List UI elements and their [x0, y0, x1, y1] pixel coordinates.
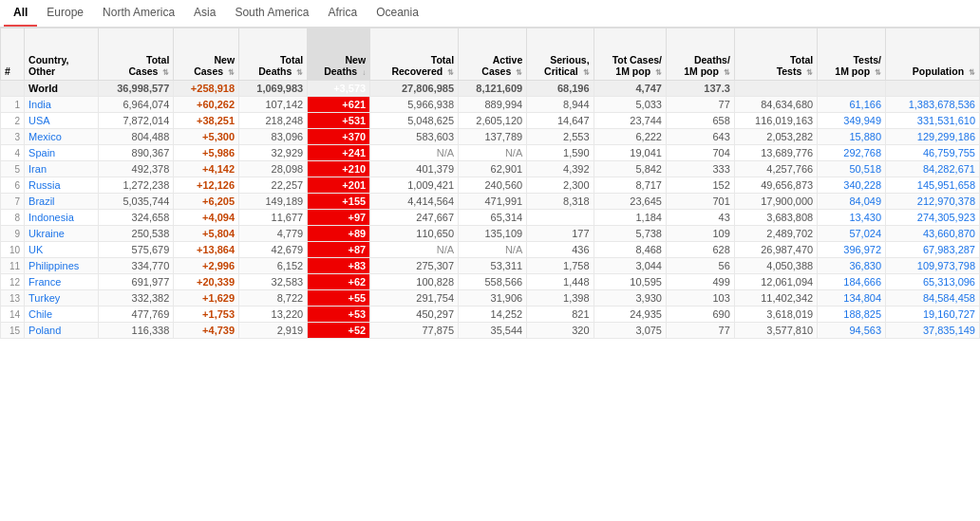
row-tests-pop: 292,768 — [818, 145, 886, 161]
country-link[interactable]: Poland — [28, 325, 61, 336]
country-link[interactable]: Spain — [28, 147, 55, 158]
row-active-cases: 558,566 — [459, 274, 527, 290]
row-tests-pop: 188,825 — [818, 307, 886, 323]
row-active-cases: 240,560 — [459, 177, 527, 194]
row-total-tests: 11,402,342 — [734, 290, 817, 307]
world-total-recovered: 27,806,985 — [370, 81, 459, 97]
row-country[interactable]: Ukraine — [25, 226, 98, 242]
col-total-recovered[interactable]: TotalRecovered ⇅ — [370, 28, 459, 81]
country-link[interactable]: Philippines — [28, 260, 79, 271]
row-new-deaths: +155 — [308, 194, 370, 210]
col-population[interactable]: Population ⇅ — [886, 28, 980, 81]
col-tot-cases-pop[interactable]: Tot Cases/1M pop ⇅ — [594, 28, 666, 81]
row-tot-cases-pop: 24,935 — [594, 307, 666, 323]
col-total-cases[interactable]: TotalCases ⇅ — [98, 28, 174, 81]
row-population: 19,160,727 — [886, 307, 980, 323]
row-country[interactable]: Brazil — [25, 194, 98, 210]
row-total-recovered: 583,603 — [370, 129, 459, 145]
tab-north-america[interactable]: North America — [93, 0, 184, 27]
country-link[interactable]: Turkey — [28, 292, 60, 304]
col-new-deaths[interactable]: NewDeaths ↓ — [308, 28, 370, 81]
row-new-cases: +5,986 — [174, 145, 239, 161]
row-serious: 177 — [527, 226, 594, 242]
country-link[interactable]: Brazil — [28, 195, 55, 207]
country-link[interactable]: Indonesia — [28, 212, 74, 223]
row-total-deaths: 13,220 — [239, 307, 308, 323]
country-link[interactable]: USA — [28, 115, 50, 126]
row-total-tests: 4,257,766 — [734, 161, 817, 177]
row-country[interactable]: Poland — [25, 323, 98, 339]
col-serious[interactable]: Serious,Critical ⇅ — [527, 28, 594, 81]
row-population: 84,584,458 — [886, 290, 980, 307]
row-tests-pop: 13,430 — [818, 210, 886, 226]
table-row: 10 UK 575,679 +13,864 42,679 +87 N/A N/A… — [1, 242, 980, 258]
col-active-cases[interactable]: ActiveCases ⇅ — [459, 28, 527, 81]
row-active-cases: 14,252 — [459, 307, 527, 323]
row-serious: 8,944 — [527, 97, 594, 113]
row-country[interactable]: Spain — [25, 145, 98, 161]
row-new-cases: +38,251 — [174, 113, 239, 129]
col-new-cases[interactable]: NewCases ⇅ — [174, 28, 239, 81]
world-active-cases: 8,121,609 — [459, 81, 527, 97]
row-deaths-pop: 333 — [666, 161, 734, 177]
col-total-tests[interactable]: TotalTests ⇅ — [734, 28, 817, 81]
world-total-cases: 36,998,577 — [98, 81, 174, 97]
row-population: 37,835,149 — [886, 323, 980, 339]
table-row: 12 France 691,977 +20,339 32,583 +62 100… — [1, 274, 980, 290]
row-tests-pop: 340,228 — [818, 177, 886, 194]
tab-africa[interactable]: Africa — [318, 0, 367, 27]
row-country[interactable]: India — [25, 97, 98, 113]
world-country[interactable]: World — [25, 81, 98, 97]
row-total-tests: 49,656,873 — [734, 177, 817, 194]
country-link[interactable]: France — [28, 276, 61, 288]
country-link[interactable]: Ukraine — [28, 228, 65, 239]
row-new-deaths: +621 — [308, 97, 370, 113]
row-num: 9 — [1, 226, 25, 242]
table-header-row: # Country,Other TotalCases ⇅ NewCases ⇅ … — [1, 28, 980, 81]
country-link[interactable]: Mexico — [28, 131, 62, 142]
col-country[interactable]: Country,Other — [25, 28, 98, 81]
row-country[interactable]: Indonesia — [25, 210, 98, 226]
row-country[interactable]: Russia — [25, 177, 98, 194]
tab-south-america[interactable]: South America — [225, 0, 318, 27]
row-country[interactable]: USA — [25, 113, 98, 129]
row-num: 4 — [1, 145, 25, 161]
row-new-deaths: +89 — [308, 226, 370, 242]
row-country[interactable]: France — [25, 274, 98, 290]
row-deaths-pop: 704 — [666, 145, 734, 161]
row-country[interactable]: Mexico — [25, 129, 98, 145]
country-link[interactable]: Russia — [28, 179, 61, 191]
table-body: World 36,998,577 +258,918 1,069,983 +3,5… — [1, 81, 980, 339]
table-row: 13 Turkey 332,382 +1,629 8,722 +55 291,7… — [1, 290, 980, 307]
table-container: # Country,Other TotalCases ⇅ NewCases ⇅ … — [0, 28, 980, 521]
row-country[interactable]: Philippines — [25, 258, 98, 274]
row-country[interactable]: Turkey — [25, 290, 98, 307]
col-total-deaths[interactable]: TotalDeaths ⇅ — [239, 28, 308, 81]
row-deaths-pop: 77 — [666, 97, 734, 113]
tab-all[interactable]: All — [4, 0, 37, 27]
row-total-recovered: 450,297 — [370, 307, 459, 323]
row-new-cases: +4,739 — [174, 323, 239, 339]
tab-europe[interactable]: Europe — [37, 0, 93, 27]
row-country[interactable]: UK — [25, 242, 98, 258]
col-deaths-pop[interactable]: Deaths/1M pop ⇅ — [666, 28, 734, 81]
country-link[interactable]: Chile — [28, 308, 52, 320]
row-country[interactable]: Chile — [25, 307, 98, 323]
country-link[interactable]: Iran — [28, 163, 47, 175]
row-population: 46,759,755 — [886, 145, 980, 161]
country-link[interactable]: India — [28, 99, 51, 110]
row-population: 65,313,096 — [886, 274, 980, 290]
row-num: 2 — [1, 113, 25, 129]
row-total-recovered: 77,875 — [370, 323, 459, 339]
col-tests-pop[interactable]: Tests/1M pop ⇅ — [818, 28, 886, 81]
country-link[interactable]: UK — [28, 244, 43, 255]
world-num — [1, 81, 25, 97]
row-num: 11 — [1, 258, 25, 274]
row-deaths-pop: 152 — [666, 177, 734, 194]
tab-oceania[interactable]: Oceania — [367, 0, 428, 27]
col-num[interactable]: # — [1, 28, 25, 81]
tab-asia[interactable]: Asia — [184, 0, 225, 27]
row-country[interactable]: Iran — [25, 161, 98, 177]
table-row: 3 Mexico 804,488 +5,300 83,096 +370 583,… — [1, 129, 980, 145]
row-serious: 436 — [527, 242, 594, 258]
